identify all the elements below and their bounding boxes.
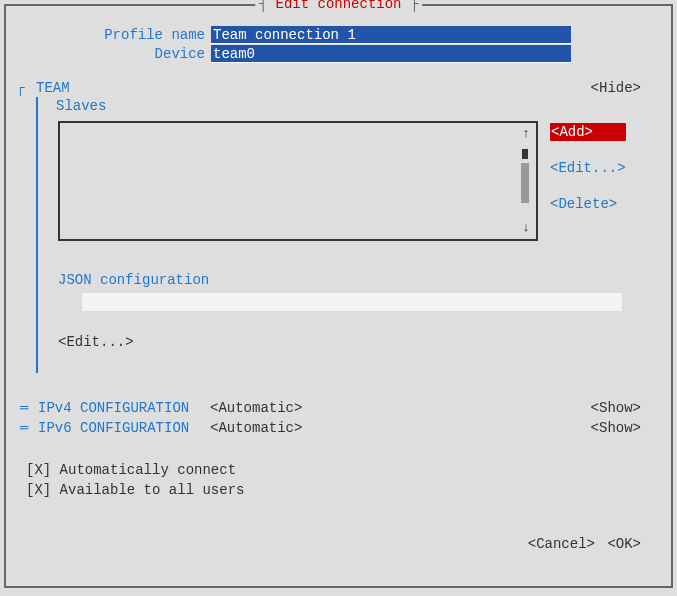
ipv6-expand-icon[interactable]: ═ (20, 419, 38, 437)
ipv4-show-button[interactable]: <Show> (591, 399, 661, 417)
ipv6-value[interactable]: <Automatic> (210, 419, 302, 437)
edit-button[interactable]: <Edit...> (550, 159, 626, 177)
all-users-checkbox[interactable]: [X] Available to all users (26, 481, 661, 499)
edit-connection-dialog: ┤ Edit connection ├ Profile name Device … (4, 4, 673, 588)
hide-button[interactable]: <Hide> (589, 79, 661, 97)
cancel-button[interactable]: <Cancel> (528, 536, 595, 552)
ipv4-value[interactable]: <Automatic> (210, 399, 302, 417)
team-section-header: ┌ TEAM <Hide> (16, 79, 661, 97)
dialog-title: ┤ Edit connection ├ (255, 0, 423, 13)
profile-name-input[interactable] (211, 26, 571, 44)
slaves-label: Slaves (56, 97, 661, 115)
json-config-input[interactable] (82, 293, 622, 311)
device-row: Device (16, 45, 661, 63)
json-config-label: JSON configuration (58, 271, 661, 289)
profile-name-row: Profile name (16, 26, 661, 44)
scroll-tick (522, 149, 528, 159)
team-section-label: TEAM (36, 79, 70, 97)
ipv6-label: IPv6 CONFIGURATION (38, 419, 210, 437)
slaves-listbox[interactable]: ↑ ↓ (58, 121, 538, 241)
device-input[interactable] (211, 45, 571, 63)
slaves-actions: <Add> <Edit...> <Delete> (550, 121, 626, 241)
delete-button[interactable]: <Delete> (550, 195, 626, 213)
dialog-buttons: <Cancel> <OK> (16, 535, 661, 553)
scroll-thumb[interactable] (521, 163, 529, 203)
scroll-up-icon[interactable]: ↑ (522, 125, 530, 143)
ipv6-row: ═ IPv6 CONFIGURATION <Automatic> <Show> (16, 419, 661, 437)
scroll-down-icon[interactable]: ↓ (522, 219, 530, 237)
profile-name-label: Profile name (16, 26, 211, 44)
ipv6-show-button[interactable]: <Show> (591, 419, 661, 437)
team-collapse-mark: ┌ (16, 79, 36, 97)
add-button[interactable]: <Add> (550, 123, 626, 141)
device-label: Device (16, 45, 211, 63)
ok-button[interactable]: <OK> (607, 536, 641, 552)
team-section-body: Slaves ↑ ↓ <Add> <Edit...> <Delete> JSON… (36, 97, 661, 373)
ipv4-row: ═ IPv4 CONFIGURATION <Automatic> <Show> (16, 399, 661, 417)
auto-connect-checkbox[interactable]: [X] Automatically connect (26, 461, 661, 479)
json-edit-button[interactable]: <Edit...> (58, 333, 661, 351)
ipv4-expand-icon[interactable]: ═ (20, 399, 38, 417)
ipv4-label: IPv4 CONFIGURATION (38, 399, 210, 417)
